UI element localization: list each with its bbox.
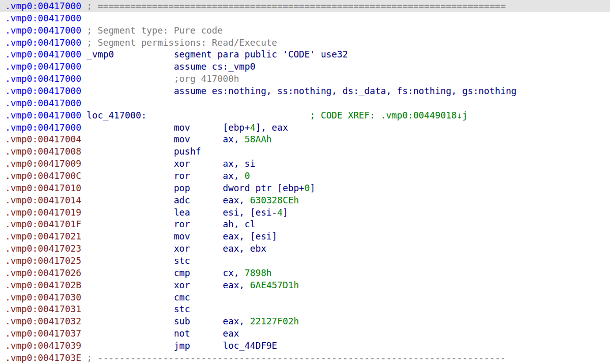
listing-line[interactable]: .vmp0:00417019 lea esi, [esi-4] xyxy=(0,206,610,219)
line-address[interactable]: .vmp0:00417000 xyxy=(5,98,81,108)
listing-line[interactable]: .vmp0:00417004 mov ax, 58AAh xyxy=(0,133,610,145)
code-token[interactable]: mov ax, xyxy=(87,134,245,144)
code-token[interactable]: adc eax, xyxy=(87,195,250,205)
listing-line-highlighted[interactable]: .vmp0:00417000 ; =======================… xyxy=(0,0,610,12)
code-token[interactable]: ] xyxy=(310,183,316,193)
line-address[interactable]: .vmp0:00417000 xyxy=(5,61,81,72)
code-token[interactable]: sub eax, xyxy=(87,316,250,326)
listing-line[interactable]: .vmp0:00417032 sub eax, 22127F02h xyxy=(0,315,610,327)
listing-line[interactable]: .vmp0:00417039 jmp loc_44DF9E xyxy=(0,340,610,352)
code-token[interactable]: loc_417000: xyxy=(87,110,147,120)
listing-line[interactable]: .vmp0:00417037 not eax xyxy=(0,327,610,340)
line-address[interactable]: .vmp0:00417010 xyxy=(5,183,81,193)
code-token[interactable]: not eax xyxy=(87,328,239,339)
listing-line[interactable]: .vmp0:00417008 pushf xyxy=(0,145,610,158)
code-token[interactable]: jmp loc_44DF9E xyxy=(87,340,278,351)
listing-line[interactable]: .vmp0:0041700C ror ax, 0 xyxy=(0,170,610,182)
line-address[interactable]: .vmp0:00417014 xyxy=(5,195,81,205)
code-token[interactable]: mov eax, [esi] xyxy=(87,231,278,241)
number-token[interactable]: 0 xyxy=(304,183,310,193)
line-address[interactable]: .vmp0:00417023 xyxy=(5,243,81,254)
number-token[interactable]: 7898h xyxy=(245,267,272,278)
comment-token[interactable]: ; --------------------------------------… xyxy=(87,352,506,363)
number-token[interactable]: 6AE457D1h xyxy=(250,280,299,290)
listing-line[interactable]: .vmp0:00417031 stc xyxy=(0,303,610,315)
comment-token[interactable]: ; Segment type: Pure code xyxy=(87,25,223,36)
line-address[interactable]: .vmp0:00417026 xyxy=(5,267,81,278)
line-address[interactable]: .vmp0:00417008 xyxy=(5,146,81,157)
code-token[interactable]: cmp cx, xyxy=(87,267,245,278)
line-address[interactable]: .vmp0:00417037 xyxy=(5,328,81,339)
code-token[interactable]: ror ah, cl xyxy=(87,219,256,229)
listing-line[interactable]: .vmp0:00417010 pop dword ptr [ebp+0] xyxy=(0,182,610,194)
code-token[interactable]: xor eax, ebx xyxy=(87,243,266,254)
listing-line[interactable]: .vmp0:00417000 ; Segment permissions: Re… xyxy=(0,37,610,49)
listing-line[interactable]: .vmp0:00417026 cmp cx, 7898h xyxy=(0,267,610,279)
line-address[interactable]: .vmp0:0041700C xyxy=(5,170,81,181)
xref-comment[interactable]: ; CODE XREF: .vmp0:00449018↓j xyxy=(146,110,468,120)
code-token[interactable]: cmc xyxy=(87,292,190,302)
line-address[interactable]: .vmp0:00417000 xyxy=(5,110,81,120)
listing-line[interactable]: .vmp0:00417030 cmc xyxy=(0,291,610,304)
line-address[interactable]: .vmp0:00417000 xyxy=(5,85,81,96)
line-address[interactable]: .vmp0:00417009 xyxy=(5,158,81,169)
line-address[interactable]: .vmp0:0041702B xyxy=(5,280,81,290)
number-token[interactable]: 4 xyxy=(250,122,256,133)
listing-line[interactable]: .vmp0:00417009 xor ax, si xyxy=(0,158,610,170)
listing-line[interactable]: .vmp0:00417000 loc_417000: ; CODE XREF: … xyxy=(0,109,610,122)
line-address[interactable]: .vmp0:00417019 xyxy=(5,207,81,218)
listing-line[interactable]: .vmp0:0041702B xor eax, 6AE457D1h xyxy=(0,279,610,291)
code-token[interactable]: pop dword ptr [ebp+ xyxy=(87,183,304,193)
code-token[interactable]: ] xyxy=(283,207,288,218)
line-address[interactable]: .vmp0:00417000 xyxy=(5,49,81,59)
line-address[interactable]: .vmp0:00417000 xyxy=(5,1,81,11)
listing-line[interactable]: .vmp0:00417000 ; Segment type: Pure code xyxy=(0,24,610,37)
line-address[interactable]: .vmp0:00417032 xyxy=(5,316,81,326)
listing-line[interactable]: .vmp0:00417000 _vmp0 segment para public… xyxy=(0,48,610,60)
line-address[interactable]: .vmp0:00417000 xyxy=(5,73,81,84)
code-token[interactable]: stc xyxy=(87,304,190,314)
listing-line[interactable]: .vmp0:00417023 xor eax, ebx xyxy=(0,242,610,255)
line-address[interactable]: .vmp0:00417031 xyxy=(5,304,81,314)
code-token[interactable]: stc xyxy=(87,255,190,266)
listing-line[interactable]: .vmp0:00417025 stc xyxy=(0,255,610,267)
line-address[interactable]: .vmp0:0041703E xyxy=(5,352,81,363)
code-token[interactable]: mov [ebp+ xyxy=(87,122,250,133)
number-token[interactable]: 58AAh xyxy=(245,134,272,144)
line-address[interactable]: .vmp0:00417000 xyxy=(5,25,81,36)
number-token[interactable]: 0 xyxy=(245,170,250,181)
listing-line[interactable]: .vmp0:00417000 ;org 417000h xyxy=(0,73,610,85)
code-token[interactable]: lea esi, [esi- xyxy=(87,207,278,218)
listing-line[interactable]: .vmp0:0041701F ror ah, cl xyxy=(0,218,610,230)
line-address[interactable]: .vmp0:00417000 xyxy=(5,37,81,48)
code-token[interactable]: xor eax, xyxy=(87,280,250,290)
comment-token[interactable]: ;org 417000h xyxy=(87,73,239,84)
disassembly-listing[interactable]: .vmp0:00417000 ; =======================… xyxy=(0,0,610,364)
listing-line[interactable]: .vmp0:00417000 xyxy=(0,12,610,24)
line-address[interactable]: .vmp0:0041701F xyxy=(5,219,81,229)
line-address[interactable]: .vmp0:00417025 xyxy=(5,255,81,266)
code-token[interactable]: _vmp0 segment para public 'CODE' use32 xyxy=(87,49,348,59)
comment-token[interactable]: ; ======================================… xyxy=(87,1,506,11)
line-address[interactable]: .vmp0:00417030 xyxy=(5,292,81,302)
listing-line[interactable]: .vmp0:00417000 mov [ebp+4], eax xyxy=(0,122,610,134)
code-token[interactable]: ], eax xyxy=(255,122,288,133)
code-token[interactable]: pushf xyxy=(87,146,201,157)
listing-line[interactable]: .vmp0:00417000 assume es:nothing, ss:not… xyxy=(0,85,610,97)
listing-line[interactable]: .vmp0:00417000 xyxy=(0,97,610,109)
code-token[interactable]: assume es:nothing, ss:nothing, ds:_data,… xyxy=(87,85,517,96)
comment-token[interactable]: ; Segment permissions: Read/Execute xyxy=(87,37,278,48)
number-token[interactable]: 4 xyxy=(277,207,283,218)
line-address[interactable]: .vmp0:00417000 xyxy=(5,13,81,23)
line-address[interactable]: .vmp0:00417021 xyxy=(5,231,81,241)
listing-line[interactable]: .vmp0:00417021 mov eax, [esi] xyxy=(0,230,610,242)
line-address[interactable]: .vmp0:00417004 xyxy=(5,134,81,144)
listing-line[interactable]: .vmp0:00417014 adc eax, 630328CEh xyxy=(0,194,610,206)
listing-line[interactable]: .vmp0:00417000 assume cs:_vmp0 xyxy=(0,60,610,73)
code-token[interactable]: xor ax, si xyxy=(87,158,256,169)
listing-line[interactable]: .vmp0:0041703E ; -----------------------… xyxy=(0,352,610,364)
number-token[interactable]: 22127F02h xyxy=(250,316,299,326)
number-token[interactable]: 630328CEh xyxy=(250,195,299,205)
code-token[interactable]: assume cs:_vmp0 xyxy=(87,61,256,72)
line-address[interactable]: .vmp0:00417039 xyxy=(5,340,81,351)
